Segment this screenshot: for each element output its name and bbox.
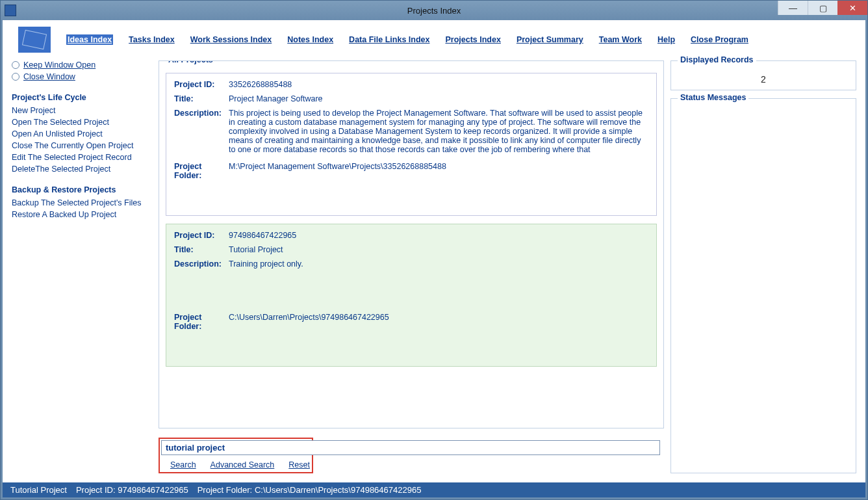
window-controls: — ▢ ✕ (778, 1, 867, 15)
open-unlisted-project-link[interactable]: Open An Unlisted Project (12, 129, 152, 138)
logo-icon (18, 27, 51, 53)
body: Keep Window Open Close Window Project's … (3, 58, 865, 473)
menu-projects-index[interactable]: Projects Index (445, 35, 500, 44)
menu-team-work[interactable]: Team Work (599, 35, 642, 44)
project-record[interactable]: Project ID:33526268885488Title:Project M… (166, 73, 657, 216)
project-id-label: Project ID: (174, 231, 229, 240)
search-highlight-box: Search Advanced Search Reset (159, 438, 313, 473)
status-project-id: Project ID: 974986467422965 (76, 485, 188, 495)
project-id-label: Project ID: (174, 80, 229, 89)
close-window-option[interactable]: Close Window (12, 72, 152, 81)
menubar: Ideas Index Tasks Index Work Sessions In… (3, 27, 865, 58)
status-project-name: Tutorial Project (10, 485, 67, 495)
search-button[interactable]: Search (170, 460, 196, 469)
menu-data-file-links-index[interactable]: Data File Links Index (349, 35, 429, 44)
project-id-value: 974986467422965 (229, 231, 648, 240)
all-projects-title: All Projects (166, 60, 216, 64)
description-label: Description: (174, 109, 229, 157)
open-selected-project-link[interactable]: Open The Selected Project (12, 118, 152, 127)
window-title: Projects Index (1, 6, 867, 16)
menu-work-sessions-index[interactable]: Work Sessions Index (190, 35, 272, 44)
menu-tasks-index[interactable]: Tasks Index (129, 35, 175, 44)
folder-value: M:\Project Management Software\Projects\… (229, 162, 648, 204)
right-panel: Displayed Records 2 Status Messages (670, 60, 856, 473)
displayed-records-title: Displayed Records (678, 55, 756, 64)
search-area: Search Advanced Search Reset (159, 428, 664, 473)
description-label: Description: (174, 259, 229, 308)
advanced-search-button[interactable]: Advanced Search (211, 460, 275, 469)
project-record[interactable]: Project ID:974986467422965Title:Tutorial… (166, 224, 657, 367)
backup-selected-files-link[interactable]: Backup The Selected Project's Files (12, 198, 152, 207)
main-panel: All Projects Project ID:33526268885488Ti… (159, 60, 664, 473)
close-button[interactable]: ✕ (837, 1, 867, 15)
menu-close-program[interactable]: Close Program (691, 35, 748, 44)
statusbar: Tutorial Project Project ID: 97498646742… (1, 482, 867, 499)
folder-label: Project Folder: (174, 313, 229, 354)
status-project-folder: Project Folder: C:\Users\Darren\Projects… (198, 485, 422, 495)
maximize-button[interactable]: ▢ (808, 1, 837, 15)
search-input[interactable] (161, 440, 660, 455)
displayed-records-value: 2 (678, 73, 849, 85)
life-cycle-header: Project's Life Cycle (12, 93, 152, 102)
sidebar: Keep Window Open Close Window Project's … (12, 60, 152, 473)
status-messages-group: Status Messages (670, 98, 856, 473)
minimize-button[interactable]: — (778, 1, 808, 15)
radio-icon (12, 73, 19, 81)
displayed-records-group: Displayed Records 2 (670, 60, 856, 90)
folder-label: Project Folder: (174, 162, 229, 204)
close-current-project-link[interactable]: Close The Currently Open Project (12, 141, 152, 150)
app-window: Projects Index — ▢ ✕ Ideas Index Tasks I… (0, 0, 868, 500)
menu-help[interactable]: Help (657, 35, 675, 44)
description-value: This project is being used to develop th… (229, 109, 648, 157)
folder-value: C:\Users\Darren\Projects\974986467422965 (229, 313, 648, 354)
description-value: Training project only. (229, 259, 648, 308)
keep-window-open-option[interactable]: Keep Window Open (12, 60, 152, 70)
status-messages-title: Status Messages (678, 93, 748, 102)
title-value: Project Manager Software (229, 94, 648, 103)
records-list: Project ID:33526268885488Title:Project M… (166, 73, 657, 367)
title-label: Title: (174, 94, 229, 103)
reset-search-button[interactable]: Reset (288, 460, 310, 469)
backup-restore-header: Backup & Restore Projects (12, 185, 152, 194)
title-value: Tutorial Project (229, 245, 648, 254)
restore-backup-link[interactable]: Restore A Backed Up Project (12, 210, 152, 219)
delete-selected-project-link[interactable]: DeleteThe Selected Project (12, 164, 152, 174)
title-label: Title: (174, 245, 229, 254)
radio-icon (12, 61, 19, 69)
content-area: Ideas Index Tasks Index Work Sessions In… (1, 20, 867, 482)
all-projects-group: All Projects Project ID:33526268885488Ti… (159, 60, 664, 428)
edit-selected-project-link[interactable]: Edit The Selected Project Record (12, 153, 152, 162)
new-project-link[interactable]: New Project (12, 106, 152, 115)
close-window-label: Close Window (23, 72, 75, 81)
menu-notes-index[interactable]: Notes Index (287, 35, 333, 44)
menu-ideas-index[interactable]: Ideas Index (66, 34, 113, 45)
menu-project-summary[interactable]: Project Summary (517, 35, 583, 44)
titlebar: Projects Index — ▢ ✕ (1, 1, 867, 20)
keep-window-open-label: Keep Window Open (23, 60, 96, 70)
project-id-value: 33526268885488 (229, 80, 648, 89)
